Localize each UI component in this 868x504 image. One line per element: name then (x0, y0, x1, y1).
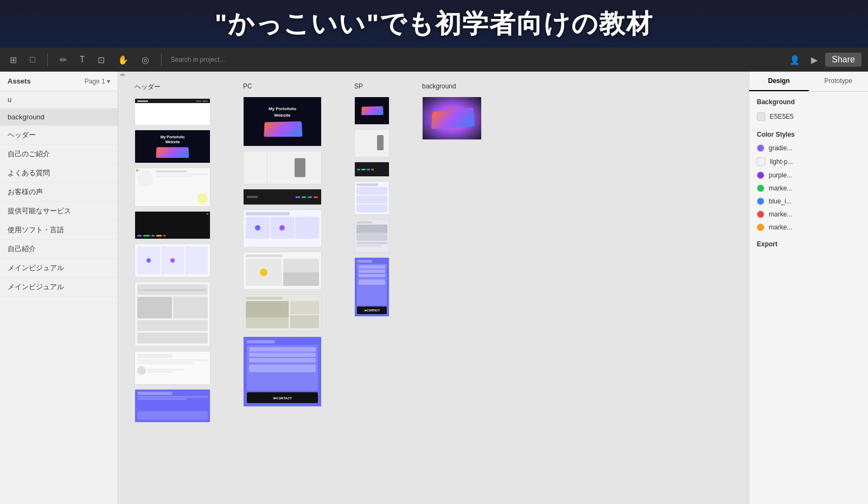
tool-text[interactable]: T (76, 53, 88, 67)
frames-container: ヘッダー My Portofolio Website (118, 72, 749, 504)
color-swatch-marke-green (757, 184, 764, 192)
frame-header-blank[interactable] (135, 98, 210, 125)
share-button[interactable]: Share (825, 53, 861, 67)
toolbar-sep-2 (161, 53, 162, 66)
color-style-gradient[interactable]: gradie... (749, 142, 868, 155)
sidebar-item-faq[interactable]: よくある質問 (0, 164, 118, 183)
color-style-marke-green-label: marke... (769, 184, 792, 192)
sidebar-item-header[interactable]: ヘッダー (0, 126, 118, 145)
banner-text: "かっこいい"でも初学者向けの教材 (215, 7, 654, 41)
toolbar: ⊞ □ ✏ T ⊡ ✋ ◎ Search in project... 👤 ▶ S… (0, 48, 868, 72)
color-styles-title: Color Styles (749, 124, 868, 142)
panel-tabs: Design Prototype (749, 72, 868, 92)
right-panel: Design Prototype Background E5E5E5 Color… (749, 72, 868, 504)
color-swatch-blue (757, 197, 764, 205)
play-icon[interactable]: ▶ (808, 53, 821, 67)
color-style-marke-yellow-label: marke... (769, 224, 792, 231)
export-section[interactable]: Export (749, 234, 868, 254)
sidebar-item-jikoshoukai[interactable]: 自己紹介 (0, 240, 118, 259)
color-swatch-marke-yellow (757, 224, 764, 231)
tool-components[interactable]: ⊡ (94, 53, 108, 67)
color-style-purple-label: purple... (769, 171, 792, 179)
sidebar-item-mv1[interactable]: メインビジュアル (0, 259, 118, 278)
frame-sp-hero[interactable] (354, 97, 390, 125)
tool-frame[interactable]: □ (27, 53, 39, 67)
frame-sp-service[interactable] (354, 181, 390, 215)
frame-sp-nav[interactable] (354, 162, 390, 177)
background-color-swatch[interactable] (757, 112, 765, 121)
column-header: ヘッダー My Portofolio Website (135, 82, 210, 423)
color-style-marke-red-label: marke... (769, 210, 792, 218)
tab-design[interactable]: Design (749, 72, 809, 91)
col-pc-label: PC (243, 82, 322, 90)
left-sidebar: Assets Page 1 ▾ u background ヘッダー 自己のご紹介… (0, 72, 118, 504)
column-sp: SP (354, 82, 390, 317)
color-style-marke-red[interactable]: marke... (749, 208, 868, 221)
sidebar-item-background[interactable]: background (0, 109, 118, 126)
sidebar-header: Assets Page 1 ▾ (0, 72, 118, 91)
frame-pc-contact[interactable]: ≫CONTACT (243, 336, 322, 407)
color-style-blue[interactable]: blue_i... (749, 195, 868, 208)
color-style-light-p[interactable]: light-p... (749, 155, 868, 169)
frame-works[interactable] (135, 282, 210, 347)
color-swatch-marke-red (757, 210, 764, 218)
sidebar-item-mv2[interactable]: メインビジュアル (0, 278, 118, 297)
frame-sp-walk[interactable] (354, 129, 390, 157)
frame-sp-works[interactable] (354, 219, 390, 253)
frame-pc-walk[interactable] (243, 151, 322, 184)
canvas-area: ヘッダー My Portofolio Website (118, 72, 749, 504)
frame-pc-nav[interactable] (243, 189, 322, 205)
assets-title: Assets (8, 77, 31, 85)
color-swatch-purple (757, 171, 764, 179)
color-swatch-gradient (757, 144, 764, 152)
color-style-marke-yellow[interactable]: marke... (749, 221, 868, 234)
frame-bg-main[interactable] (422, 97, 482, 140)
tool-hand[interactable]: ✋ (114, 53, 132, 67)
color-style-purple[interactable]: purple... (749, 169, 868, 182)
color-style-light-p-label: light-p... (770, 158, 793, 165)
background-section-title: Background (749, 92, 868, 109)
top-banner: "かっこいい"でも初学者向けの教材 (0, 0, 868, 48)
frame-pc-works1[interactable] (243, 252, 322, 290)
toolbar-search-placeholder: Search in project... (170, 56, 225, 63)
frame-mv[interactable]: My Portofolio Website (135, 130, 210, 163)
page-selector[interactable]: Page 1 ▾ (85, 78, 110, 85)
user-icon[interactable]: 👤 (786, 53, 803, 67)
col-sp-label: SP (354, 82, 390, 90)
frame-voice[interactable] (135, 351, 210, 385)
col-bg-label: background (422, 82, 482, 90)
toolbar-right: 👤 ▶ Share (786, 53, 861, 67)
color-style-gradient-label: gradie... (769, 144, 792, 152)
frame-intro[interactable] (135, 168, 210, 207)
frame-pc-works2[interactable] (243, 294, 322, 332)
sidebar-item-service[interactable]: 提供可能なサービス (0, 202, 118, 221)
sidebar-item-soft[interactable]: 使用ソフト・言語 (0, 221, 118, 240)
tool-pen[interactable]: ✏ (56, 53, 70, 67)
background-color-value: E5E5E5 (770, 113, 794, 120)
frame-pc-hero[interactable]: My Portofolio Website (243, 97, 322, 146)
color-swatch-light-p (757, 157, 765, 166)
color-style-marke-green[interactable]: marke... (749, 182, 868, 195)
tab-prototype[interactable]: Prototype (809, 72, 869, 91)
color-style-blue-label: blue_i... (769, 197, 792, 205)
tool-select[interactable]: ⊞ (7, 53, 20, 67)
frame-faq[interactable] (135, 389, 210, 423)
tool-comment[interactable]: ◎ (138, 53, 152, 67)
column-pc: PC My Portofolio Website (243, 82, 322, 407)
frame-service[interactable] (135, 244, 210, 277)
column-background: background (422, 82, 482, 140)
sidebar-item-intro[interactable]: 自己のご紹介 (0, 145, 118, 164)
background-color-row: E5E5E5 (749, 109, 868, 124)
frame-pc-service[interactable] (243, 209, 322, 247)
col-header-label: ヘッダー (135, 82, 210, 92)
toolbar-sep-1 (47, 53, 48, 66)
bg-shape (431, 107, 475, 129)
frame-soft[interactable] (135, 211, 210, 239)
frame-sp-contact[interactable]: ≫CONTACT (354, 257, 390, 317)
sidebar-item-voice[interactable]: お客様の声 (0, 183, 118, 202)
sidebar-item-0[interactable]: u (0, 91, 118, 109)
